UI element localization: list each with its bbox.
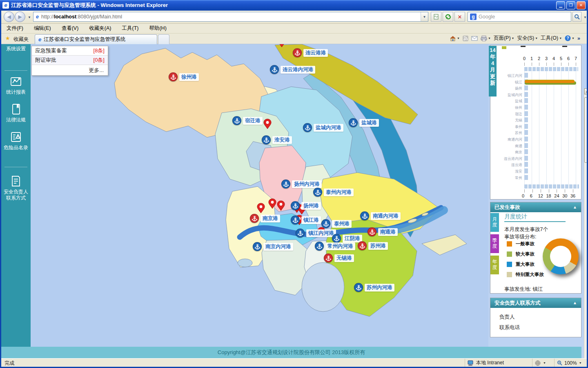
page-tab[interactable]: e 江苏省港口安全监管与应急管理系统 (35, 34, 157, 44)
grid-line (568, 67, 569, 188)
forward-button[interactable]: ▶ (15, 11, 25, 22)
page-favicon: e (33, 14, 41, 20)
port-label: 泰州内河港 (324, 188, 354, 196)
restore-button[interactable]: ❐ (566, 1, 575, 9)
bar-row-label: 连云港内河 (491, 156, 522, 162)
accident-tab-月度[interactable]: 月度 (490, 213, 499, 232)
legend-label: 重大事故 (516, 261, 535, 267)
address-field[interactable]: e http://localhost:8080/yjpt/Main.html ▼ (33, 12, 428, 22)
grid-line (532, 67, 532, 188)
port-label: 连云港港 (303, 49, 328, 57)
collapse-icon[interactable]: ▲ (573, 202, 577, 212)
menu-item-2[interactable]: 查看(V) (56, 24, 84, 33)
network-zone-label: 本地 Intranet (476, 359, 504, 366)
bar-row-stub (524, 137, 528, 141)
tools-menu-button[interactable]: 工具(O)▼ (541, 35, 562, 42)
minimize-button[interactable]: ▁ (556, 1, 565, 9)
bottom-axis-tick: 0 (522, 193, 524, 198)
accident-donut-chart (543, 238, 579, 274)
ie-logo-icon: e (2, 2, 9, 9)
top-axis-tick: 7 (575, 56, 577, 61)
collapse-icon[interactable]: ▲ (573, 298, 577, 308)
favorites-button[interactable]: 收藏夹 (13, 36, 29, 43)
anchor-icon (324, 254, 333, 263)
grid-line (561, 67, 561, 188)
address-bar-row: ◀ ▶ ▼ e http://localhost:8080/yjpt/Main.… (1, 11, 587, 24)
port-label: 苏州港 (368, 242, 388, 250)
stop-button[interactable]: ✕ (454, 12, 465, 22)
top-axis-tick: 4 (552, 56, 555, 61)
home-button[interactable]: ▼ (450, 36, 460, 41)
sidebar-item-1[interactable]: 统计报表 (1, 76, 31, 95)
command-overflow-chevron[interactable]: » (577, 36, 580, 41)
sidebar-item-2[interactable]: 法律法规 (1, 103, 31, 123)
bottom-axis-tickmark (532, 189, 533, 193)
legend-swatch (507, 251, 512, 257)
contact-panel-header[interactable]: 安全负责人联系方式 ▲ (490, 298, 581, 308)
quick-panel-more-link[interactable]: 更多... (32, 65, 108, 75)
sidebar-divider (4, 70, 27, 71)
feeds-button[interactable] (463, 36, 468, 41)
compatibility-view-button[interactable] (431, 12, 441, 22)
bar-row-label: 常州 (491, 175, 522, 181)
refresh-button[interactable] (443, 12, 453, 22)
menu-item-1[interactable]: 编辑(E) (29, 24, 56, 33)
copyright-band: Copyright@江苏省交通规划设计院股份有限公司 2013版权所有 (1, 347, 581, 358)
read-mail-button[interactable] (471, 36, 478, 41)
port-label: 泰州港 (332, 220, 352, 228)
bar-row-stub (524, 117, 528, 122)
new-tab-button[interactable] (158, 34, 169, 44)
axis-strip-bottom (524, 184, 579, 188)
search-box[interactable]: g Google (468, 12, 571, 22)
history-dropdown-icon[interactable]: ▼ (27, 16, 32, 19)
safety-menu-button[interactable]: 安全(S)▼ (517, 35, 538, 42)
zoom-cell[interactable]: 100% ▼ (554, 359, 585, 367)
accidents-panel-header[interactable]: 已发生事故 ▲ (490, 202, 581, 212)
top-axis-tickmark (539, 63, 539, 66)
bottom-axis-tick: 30 (562, 193, 567, 198)
port-label: 盐城内河港 (314, 124, 343, 132)
favorites-star-icon[interactable]: ★ (5, 35, 10, 41)
address-dropdown-button[interactable]: ▼ (421, 12, 428, 21)
magnifier-icon (574, 14, 580, 20)
port-label: 苏州内河港 (365, 284, 394, 292)
menu-item-0[interactable]: 文件(F) (1, 24, 29, 33)
menu-item-5[interactable]: 帮助(H) (144, 24, 172, 33)
quick-panel-row-label: 附证审批 (35, 56, 56, 64)
accident-tab-年度[interactable]: 年度 (490, 256, 499, 274)
top-axis-tickmark (546, 63, 547, 66)
menu-item-4[interactable]: 工具(T) (116, 24, 144, 33)
grid-line (576, 67, 576, 188)
sidebar-item-0[interactable]: 系统设置 (1, 46, 31, 52)
bar-row-stub (524, 105, 528, 110)
quick-panel-row[interactable]: 附证审批[0条] (32, 56, 108, 65)
map-canvas[interactable]: 徐州港连云港港连云港内河港宿迁港淮安港盐城内河港盐城港扬州内河港泰州内河港扬州港… (31, 44, 488, 347)
search-button[interactable] (572, 12, 581, 22)
top-axis-tickmark (532, 63, 532, 66)
bar-row-stub (524, 175, 528, 180)
stop-icon: ✕ (458, 14, 462, 20)
anchor-icon (250, 214, 259, 223)
tab-favicon: e (38, 36, 41, 43)
legend-swatch (507, 241, 512, 247)
quick-panel-row[interactable]: 应急预案备案[8条] (32, 46, 108, 56)
port-label: 常州内河港 (325, 242, 355, 250)
protected-mode-cell[interactable]: ▼ (532, 359, 553, 367)
window-frame (0, 11, 1, 368)
close-button[interactable]: ✕ (577, 1, 586, 9)
port-label: 徐州港 (179, 73, 199, 81)
accident-tab-季度[interactable]: 季度 (490, 234, 499, 253)
sidebar-item-3[interactable]: 危险品名录 (1, 131, 31, 151)
browser-window: e 江苏省港口安全监管与应急管理系统 - Windows Internet Ex… (0, 0, 588, 368)
menu-item-3[interactable]: 收藏夹(A) (84, 24, 116, 33)
sidebar-item-4[interactable]: 安全负责人联系方式 (1, 175, 31, 201)
sidebar-item-label: 安全负责人联系方式 (1, 189, 31, 201)
print-button[interactable]: ▼ (481, 36, 491, 41)
top-axis-tickmark (576, 63, 576, 66)
page-menu-button[interactable]: 页面(P)▼ (494, 35, 514, 42)
back-button[interactable]: ◀ (4, 11, 14, 22)
clipped-legend-swatch (502, 46, 506, 49)
bar-row-label: 盐城 (491, 99, 522, 104)
anchor-icon (270, 65, 279, 74)
help-button[interactable]: ? ▼ (565, 35, 575, 41)
